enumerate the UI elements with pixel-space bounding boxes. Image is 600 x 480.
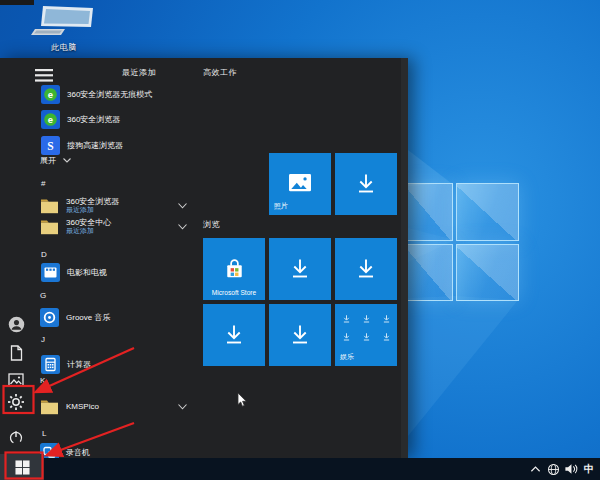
- app-item-groove-music[interactable]: Groove 音乐: [40, 308, 110, 327]
- menu-hamburger-button[interactable]: [32, 64, 56, 86]
- start-button[interactable]: [0, 454, 44, 480]
- tile-download-app[interactable]: [335, 238, 397, 300]
- power-icon: [8, 429, 24, 445]
- tile-label: 娱乐: [340, 352, 354, 362]
- folder-item-360-browser[interactable]: 360安全浏览器 最近添加: [40, 197, 119, 214]
- tile-download-app[interactable]: [335, 153, 397, 215]
- tile-download-app[interactable]: [269, 304, 331, 366]
- chevron-down-icon[interactable]: [178, 404, 187, 410]
- groove-music-icon: [40, 308, 59, 327]
- wallpaper-windows-logo-pane: [404, 183, 453, 241]
- folder-icon: [40, 398, 59, 415]
- gear-icon: [7, 393, 25, 411]
- screen: 此电脑: [0, 0, 600, 480]
- download-icon: [288, 323, 312, 347]
- photos-icon: [287, 173, 313, 195]
- start-menu: 最近添加 e 360安全浏览器无痕模式 e 360安全浏览器 S 搜狗高速浏览器: [0, 58, 408, 458]
- movies-tv-icon: [41, 263, 60, 282]
- windows-logo-icon: [15, 460, 30, 475]
- expand-recent-button[interactable]: 展开: [40, 155, 71, 166]
- calculator-icon: [41, 355, 60, 374]
- wallpaper-windows-logo-pane: [456, 183, 519, 241]
- tile-group-title[interactable]: 浏览: [203, 219, 220, 230]
- rail-user-button[interactable]: [4, 313, 28, 335]
- tray-volume-icon[interactable]: [564, 461, 578, 477]
- tile-folder-entertainment[interactable]: 娱乐: [335, 304, 397, 366]
- section-letter[interactable]: L: [42, 429, 46, 438]
- system-tray: 中: [528, 458, 596, 480]
- recent-added-header: 最近添加: [122, 67, 156, 78]
- tile-label: 照片: [274, 201, 288, 211]
- tile-group-title[interactable]: 高效工作: [203, 67, 237, 78]
- download-group-icon: [342, 314, 391, 342]
- section-letter[interactable]: #: [41, 179, 45, 188]
- svg-text:S: S: [47, 140, 53, 152]
- user-avatar-icon: [8, 316, 25, 333]
- store-icon: [221, 256, 248, 283]
- desktop-icon-this-pc[interactable]: 此电脑: [26, 5, 102, 53]
- app-item-movies-tv[interactable]: 电影和电视: [41, 263, 107, 282]
- chevron-down-icon[interactable]: [178, 224, 187, 230]
- tray-chevron-up-icon[interactable]: [528, 461, 542, 477]
- hamburger-icon: [35, 69, 53, 82]
- tray-network-icon[interactable]: [546, 461, 560, 477]
- pictures-icon: [8, 373, 24, 387]
- app-item-360-browser-incognito[interactable]: e 360安全浏览器无痕模式: [41, 85, 152, 104]
- svg-text:e: e: [48, 89, 53, 100]
- download-icon: [288, 257, 312, 281]
- tile-download-app[interactable]: [269, 238, 331, 300]
- app-item-sogou-browser[interactable]: S 搜狗高速浏览器: [41, 136, 123, 155]
- section-letter[interactable]: G: [40, 291, 46, 300]
- sogou-browser-icon: S: [41, 136, 60, 155]
- download-icon: [354, 257, 378, 281]
- tile-microsoft-store[interactable]: Microsoft Store: [203, 238, 265, 300]
- rail-settings-button[interactable]: [4, 391, 28, 413]
- start-menu-scrollbar[interactable]: [401, 58, 408, 458]
- rail-pictures-button[interactable]: [4, 369, 28, 391]
- browser-360-icon: e: [41, 85, 60, 104]
- tile-label: Microsoft Store: [203, 289, 265, 296]
- app-item-voice-recorder[interactable]: 录音机: [40, 443, 90, 458]
- browser-360-icon: e: [41, 110, 60, 129]
- folder-icon: [40, 218, 59, 235]
- this-pc-icon: [31, 5, 97, 37]
- section-letter[interactable]: D: [41, 250, 47, 259]
- tile-download-app[interactable]: [203, 304, 265, 366]
- desktop-icon-label: 此电脑: [26, 42, 102, 53]
- folder-item-360-center[interactable]: 360安全中心 最近添加: [40, 218, 111, 235]
- svg-text:e: e: [48, 114, 53, 125]
- chevron-down-icon: [63, 158, 71, 163]
- section-letter[interactable]: K: [40, 376, 45, 385]
- folder-item-kmspico[interactable]: KMSPico: [40, 398, 99, 415]
- document-icon: [9, 345, 24, 361]
- rail-power-button[interactable]: [4, 426, 28, 448]
- download-icon: [354, 172, 378, 196]
- chevron-down-icon[interactable]: [178, 203, 187, 209]
- taskbar[interactable]: 中: [0, 458, 600, 480]
- tile-photos[interactable]: 照片: [269, 153, 331, 215]
- wallpaper-windows-logo-pane: [456, 244, 519, 301]
- tray-ime-indicator[interactable]: 中: [582, 462, 596, 476]
- app-item-calculator[interactable]: 计算器: [41, 355, 91, 374]
- section-letter[interactable]: J: [41, 335, 45, 344]
- rail-documents-button[interactable]: [4, 342, 28, 364]
- folder-icon: [40, 197, 59, 214]
- app-item-360-browser[interactable]: e 360安全浏览器: [41, 110, 120, 129]
- wallpaper-windows-logo-pane: [404, 244, 453, 301]
- download-icon: [222, 323, 246, 347]
